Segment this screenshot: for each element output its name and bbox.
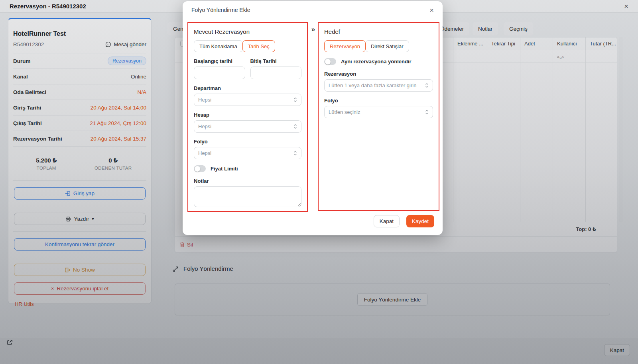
modal-save-button[interactable]: Kaydet (406, 215, 434, 227)
target-reservation-select[interactable]: Lütfen 1 veya daha fazla karakter girin (324, 79, 433, 92)
double-chevron-right-icon: » (309, 25, 318, 33)
source-folio-label: Folyo (194, 139, 301, 145)
source-panel-title: Mevcut Rezervasyon (194, 28, 301, 35)
start-date-label: Başlangıç tarihi (194, 58, 245, 64)
chevron-updown-icon (425, 110, 429, 115)
start-date-input[interactable] (194, 67, 245, 79)
source-panel: Mevcut Rezervasyon Tüm Konaklama Tarih S… (187, 22, 308, 212)
segment-all-stay[interactable]: Tüm Konaklama (194, 40, 243, 52)
end-date-input[interactable] (250, 67, 302, 79)
price-limit-toggle[interactable] (194, 165, 206, 172)
segment-select-dates[interactable]: Tarih Seç (242, 40, 275, 52)
segment-reservation[interactable]: Rezervasyon (324, 40, 366, 52)
source-segment-control: Tüm Konaklama Tarih Seç (194, 40, 301, 52)
target-folio-label: Folyo (324, 98, 433, 104)
target-panel-title: Hedef (324, 28, 433, 35)
modal-title: Folyo Yönlendirme Ekle (191, 7, 250, 13)
target-folio-select[interactable]: Lütfen seçiniz (324, 106, 433, 118)
notes-textarea[interactable] (194, 186, 301, 207)
target-panel: Hedef Rezervasyon Direkt Satışlar Aynı r… (318, 22, 439, 211)
modal-close-button[interactable]: Kapat (374, 215, 400, 227)
account-select[interactable]: Hepsi (194, 120, 301, 133)
chevron-updown-icon (293, 124, 297, 129)
modal-close-icon[interactable]: × (429, 6, 434, 14)
folio-routing-modal: Folyo Yönlendirme Ekle × Mevcut Rezervas… (183, 1, 443, 235)
segment-direct-sales[interactable]: Direkt Satışlar (365, 40, 409, 52)
account-label: Hesap (194, 112, 301, 118)
same-reservation-toggle[interactable] (324, 58, 336, 65)
end-date-label: Bitiş Tarihi (250, 58, 302, 64)
department-label: Departman (194, 85, 301, 91)
target-segment-control: Rezervasyon Direkt Satışlar (324, 40, 433, 52)
modal-header: Folyo Yönlendirme Ekle × (183, 1, 443, 19)
chevron-updown-icon (293, 151, 297, 156)
department-select[interactable]: Hepsi (194, 94, 301, 106)
notes-label: Notlar (194, 178, 301, 184)
chevron-updown-icon (425, 83, 429, 88)
target-reservation-label: Rezervasyon (324, 71, 433, 77)
chevron-updown-icon (293, 97, 297, 102)
price-limit-label: Fiyat Limiti (211, 166, 238, 172)
source-folio-select[interactable]: Hepsi (194, 147, 301, 159)
same-reservation-label: Aynı rezervasyona yönlendir (341, 59, 412, 65)
